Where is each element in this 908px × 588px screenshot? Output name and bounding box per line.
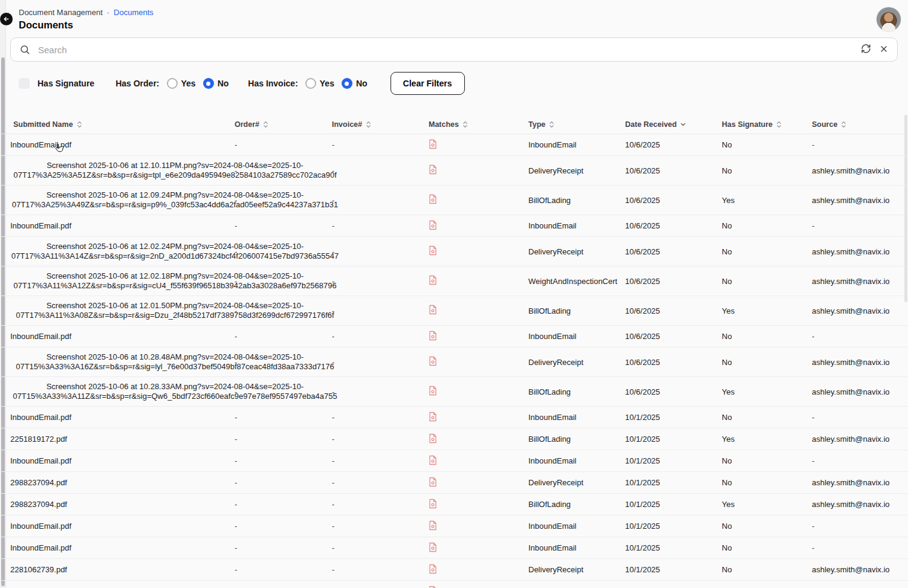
table-row[interactable]: 2281062739.pdf - - DeliveryReceipt 10/1/… xyxy=(0,559,908,581)
submitted-name-cell[interactable]: 2251819172.pdf xyxy=(0,435,227,444)
search-input[interactable] xyxy=(38,45,853,55)
matches-cell[interactable] xyxy=(421,356,520,368)
matches-cell[interactable] xyxy=(421,331,520,343)
matches-cell[interactable] xyxy=(421,139,520,151)
submitted-name-cell[interactable]: Screenshot 2025-10-06 at 12.09.24PM.png?… xyxy=(0,190,227,210)
breadcrumb-current[interactable]: Documents xyxy=(114,8,154,17)
column-header[interactable]: Invoice# xyxy=(324,120,421,129)
invoice-cell: - xyxy=(324,435,421,444)
table-row[interactable]: Screenshot 2025-10-06 at 12.02.24PM.png?… xyxy=(0,237,908,267)
matches-cell[interactable] xyxy=(421,305,520,317)
user-avatar[interactable] xyxy=(877,7,901,31)
submitted-name-cell[interactable]: 2281062739.pdf xyxy=(0,565,227,574)
column-header[interactable]: Type xyxy=(520,120,617,129)
matches-cell[interactable] xyxy=(421,499,520,511)
column-header[interactable]: Submitted Name xyxy=(0,120,227,129)
matches-cell[interactable] xyxy=(421,586,520,588)
table-row[interactable]: Screenshot 2025-10-06 at 12.01.50PM.png?… xyxy=(0,296,908,326)
submitted-name-cell[interactable]: InboundEmail.pdf xyxy=(0,456,227,465)
submitted-name-cell[interactable]: InboundEmail.pdf xyxy=(0,543,227,552)
table-row[interactable]: InboundEmail.pdf - - InboundEmail 10/6/2… xyxy=(0,326,908,347)
source-cell: - xyxy=(804,456,908,465)
has-invoice-yes-radio[interactable] xyxy=(305,78,316,89)
submitted-name-cell[interactable]: InboundEmail.pdf xyxy=(0,221,227,230)
matches-cell[interactable] xyxy=(421,477,520,489)
source-cell: ashley.smith@navix.io xyxy=(804,166,908,175)
pdf-document-icon xyxy=(429,520,437,532)
has-invoice-no-radio[interactable] xyxy=(342,78,352,89)
submitted-name-cell[interactable]: 2988237094.pdf xyxy=(0,478,227,487)
date-received-cell: 10/6/2025 xyxy=(617,247,714,256)
table-row[interactable]: Screenshot 2025-10-06 at 10.28.33AM.png?… xyxy=(0,377,908,407)
has-order-no-label[interactable]: No xyxy=(218,79,229,88)
has-order-yes-label[interactable]: Yes xyxy=(181,79,196,88)
table-row[interactable]: InboundEmail.pdf - - InboundEmail 10/6/2… xyxy=(0,134,908,156)
submitted-name-cell[interactable]: InboundEmail.pdf xyxy=(0,140,227,149)
invoice-cell: - xyxy=(324,565,421,574)
source-cell: - xyxy=(804,221,908,230)
matches-cell[interactable] xyxy=(421,455,520,467)
breadcrumb-parent[interactable]: Document Management xyxy=(19,8,103,17)
matches-cell[interactable] xyxy=(421,194,520,206)
table-row[interactable]: Screenshot 2025-10-06 at 10.28.48AM.png?… xyxy=(0,347,908,377)
table-row[interactable]: InboundEmail.pdf - - InboundEmail 10/6/2… xyxy=(0,215,908,237)
submitted-name-cell[interactable]: Screenshot 2025-10-06 at 10.28.33AM.png?… xyxy=(0,382,227,402)
matches-cell[interactable] xyxy=(421,245,520,257)
column-header[interactable]: Date Received xyxy=(617,120,714,129)
has-signature-cell: Yes xyxy=(714,306,804,315)
source-cell: ashley.smith@navix.io xyxy=(804,358,908,367)
column-header[interactable]: Matches xyxy=(421,120,520,129)
column-header[interactable]: Has Signature xyxy=(714,120,804,129)
matches-cell[interactable] xyxy=(421,275,520,287)
submitted-name-cell[interactable]: Screenshot 2025-10-06 at 10.28.48AM.png?… xyxy=(0,352,227,372)
arrow-left-icon xyxy=(3,14,10,25)
refresh-button[interactable] xyxy=(861,44,871,56)
type-cell: InboundEmail xyxy=(520,413,617,422)
matches-cell[interactable] xyxy=(421,520,520,532)
has-order-yes-radio[interactable] xyxy=(167,78,178,89)
submitted-name-cell[interactable]: InboundEmail.pdf xyxy=(0,332,227,341)
table-row[interactable]: 2251819172.pdf - - BillOfLading 10/1/202… xyxy=(0,428,908,450)
table-row[interactable]: InboundEmail.pdf - - InboundEmail 10/1/2… xyxy=(0,537,908,559)
table-row[interactable]: InboundEmail.pdf - - InboundEmail 10/1/2… xyxy=(0,407,908,428)
table-row[interactable]: 2988237094.pdf - - DeliveryReceipt 10/1/… xyxy=(0,472,908,494)
table-row[interactable]: Screenshot 2025-10-06 at 12.10.11PM.png?… xyxy=(0,156,908,186)
matches-cell[interactable] xyxy=(421,564,520,576)
clear-filters-button[interactable]: Clear Filters xyxy=(391,72,465,95)
source-cell: ashley.smith@navix.io xyxy=(804,306,908,315)
type-cell: DeliveryReceipt xyxy=(520,166,617,175)
column-header-label: Submitted Name xyxy=(13,120,73,129)
back-button[interactable] xyxy=(0,13,13,25)
submitted-name-cell[interactable]: InboundEmail.pdf xyxy=(0,522,227,531)
matches-cell[interactable] xyxy=(421,433,520,445)
submitted-name-cell[interactable]: Screenshot 2025-10-06 at 12.10.11PM.png?… xyxy=(0,161,227,181)
has-signature-cell: No xyxy=(714,478,804,487)
table-row[interactable]: InboundEmail.pdf - - InboundEmail 10/1/2… xyxy=(0,515,908,537)
submitted-name-cell[interactable]: 2988237094.pdf xyxy=(0,500,227,509)
source-cell: - xyxy=(804,413,908,422)
table-row[interactable]: InboundEmail.pdf - - InboundEmail 10/1/2… xyxy=(0,450,908,472)
column-header[interactable]: Order# xyxy=(227,120,324,129)
column-header-label: Matches xyxy=(429,120,459,129)
table-row[interactable]: 2988237094.pdf - - BillOfLading 10/1/202… xyxy=(0,494,908,515)
table-row[interactable]: Screenshot 2025-10-06 at 12.09.24PM.png?… xyxy=(0,186,908,215)
has-signature-cell: No xyxy=(714,543,804,552)
clear-search-button[interactable] xyxy=(879,44,889,56)
submitted-name-cell[interactable]: Screenshot 2025-10-06 at 12.02.18PM.png?… xyxy=(0,271,227,291)
has-signature-cell: No xyxy=(714,221,804,230)
has-invoice-yes-label[interactable]: Yes xyxy=(320,79,334,88)
submitted-name-cell[interactable]: Screenshot 2025-10-06 at 12.02.24PM.png?… xyxy=(0,242,227,262)
column-header[interactable]: Source xyxy=(804,120,908,129)
matches-cell[interactable] xyxy=(421,164,520,176)
matches-cell[interactable] xyxy=(421,412,520,424)
submitted-name-cell[interactable]: Screenshot 2025-10-06 at 12.01.50PM.png?… xyxy=(0,301,227,321)
table-row[interactable]: Screenshot 2025-10-06 at 12.02.18PM.png?… xyxy=(0,267,908,296)
table-row[interactable]: 2281062739.pdf - - BillOfLading 10/1/202… xyxy=(0,581,908,588)
matches-cell[interactable] xyxy=(421,386,520,398)
matches-cell[interactable] xyxy=(421,220,520,232)
has-order-no-radio[interactable] xyxy=(203,78,214,89)
matches-cell[interactable] xyxy=(421,542,520,554)
submitted-name-cell[interactable]: InboundEmail.pdf xyxy=(0,413,227,422)
has-signature-checkbox[interactable] xyxy=(19,78,30,89)
has-invoice-no-label[interactable]: No xyxy=(356,79,368,88)
